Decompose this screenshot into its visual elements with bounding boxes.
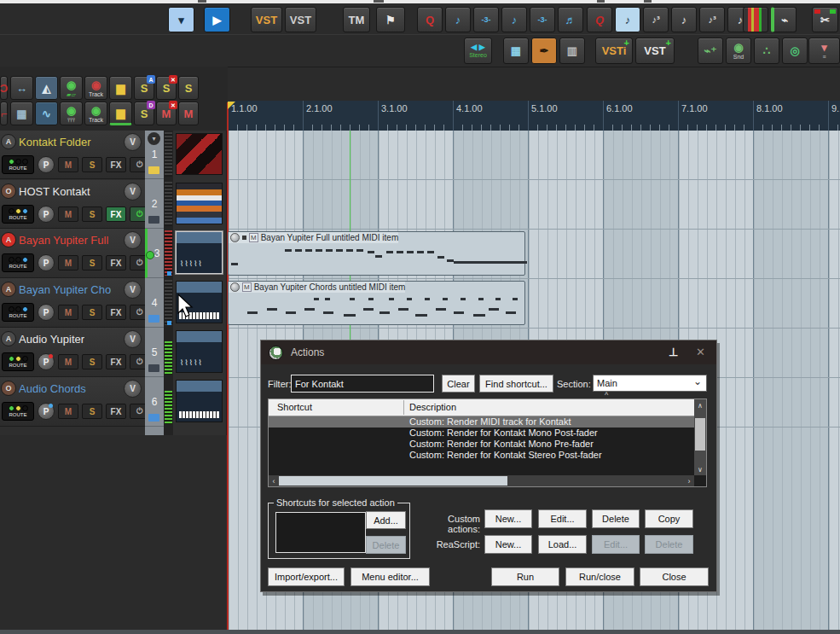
mute-button[interactable]: M: [178, 102, 199, 125]
triplet-note-button-2[interactable]: ♪³: [699, 7, 725, 32]
add-fx-button[interactable]: ⌁⁺: [698, 38, 723, 64]
track-volume-button[interactable]: V: [124, 133, 142, 151]
grid-button[interactable]: ▦: [10, 102, 33, 125]
vertical-scrollbar[interactable]: ∧ ∨: [694, 399, 706, 475]
pan-button[interactable]: P: [38, 403, 55, 420]
track-name[interactable]: Bayan Yupiter Full: [19, 234, 108, 247]
solo-button[interactable]: S: [82, 206, 102, 222]
custom-copy-button[interactable]: Copy: [645, 509, 693, 528]
track-thumbnail[interactable]: [176, 133, 223, 175]
fx-button[interactable]: FX: [106, 354, 126, 369]
grid-note-button-active[interactable]: ♪: [615, 7, 640, 32]
column-description[interactable]: Description: [409, 402, 456, 412]
scroll-left-icon[interactable]: ‹: [270, 475, 277, 486]
delete-shortcut-button[interactable]: Delete: [366, 536, 406, 554]
solo-button[interactable]: S: [82, 305, 102, 320]
close-icon[interactable]: ✕: [696, 346, 705, 358]
column-shortcut[interactable]: Shortcut: [277, 402, 312, 412]
route-button[interactable]: ROUTE: [2, 155, 34, 174]
track-record-badge[interactable]: A: [1, 232, 16, 247]
mixer-visibility-button[interactable]: ◉⫯⫯⫯: [60, 102, 83, 125]
solo-button[interactable]: S: [178, 76, 199, 100]
track-record-badge[interactable]: A: [1, 331, 16, 346]
route-button[interactable]: ROUTE: [2, 352, 34, 371]
reascript-new-button[interactable]: New...: [484, 535, 532, 554]
dialog-titlebar[interactable]: Actions ⊥ ✕: [261, 340, 716, 364]
routing-nodes-button[interactable]: ∴: [754, 38, 779, 64]
triplet-button-2[interactable]: -3-: [530, 7, 555, 32]
draw-mountain-button[interactable]: ◭: [35, 76, 58, 100]
action-list-row[interactable]: Custom: Render for Kontakt Mono Pre-fade…: [269, 439, 694, 450]
folder-envelope-button[interactable]: ▆: [109, 102, 132, 125]
track-number-cell[interactable]: 4: [145, 278, 164, 328]
razor-edit-button[interactable]: ⌁: [771, 7, 797, 32]
action-run-button[interactable]: ⚑: [376, 7, 405, 32]
custom-edit-button[interactable]: Edit...: [538, 509, 587, 528]
track-record-badge[interactable]: A: [1, 134, 16, 149]
mute-button[interactable]: M: [58, 157, 78, 172]
mute-button[interactable]: M: [58, 206, 78, 222]
add-vsti-button[interactable]: VSTi+: [595, 38, 633, 64]
track-visibility-red-button[interactable]: ◉Track: [84, 76, 107, 100]
track-thumbnail[interactable]: [176, 330, 223, 373]
filter-input[interactable]: [291, 375, 434, 393]
mute-button[interactable]: M: [58, 404, 78, 419]
docker-menu-button[interactable]: ▾: [168, 7, 194, 32]
custom-delete-button[interactable]: Delete: [592, 509, 640, 528]
route-button[interactable]: ROUTE: [2, 303, 34, 322]
horizontal-scroll-thumb[interactable]: [279, 476, 507, 486]
fx-button[interactable]: FX: [106, 404, 126, 419]
quantize-italic-button[interactable]: Q: [587, 7, 612, 32]
scroll-up-icon[interactable]: ∧: [694, 401, 706, 410]
unsolo-all-button[interactable]: S✕: [156, 76, 177, 100]
solo-button[interactable]: S: [82, 354, 102, 369]
cpu-info-button[interactable]: ▦: [503, 38, 529, 64]
quantize-q-button[interactable]: Q: [417, 7, 443, 32]
scroll-down-icon[interactable]: ∨: [694, 465, 706, 474]
action-list-row[interactable]: Custom: Render MIDI track for Kontakt: [269, 416, 694, 428]
action-list-row[interactable]: Custom: Render for Kontakt Mono Post-fad…: [269, 428, 694, 439]
scissors-button[interactable]: ✂: [812, 7, 838, 32]
track-volume-button[interactable]: V: [124, 330, 142, 348]
fx-button[interactable]: FX: [106, 157, 126, 172]
tcp-bottom-area[interactable]: [0, 435, 226, 634]
mute-button[interactable]: M: [58, 305, 78, 320]
track-visibility-green-button[interactable]: ◉Track: [84, 102, 107, 125]
action-list[interactable]: Shortcut Description Custom: Render MIDI…: [268, 398, 707, 487]
pan-button[interactable]: P: [38, 206, 55, 223]
run-button[interactable]: Run: [491, 567, 559, 586]
track-volume-button[interactable]: V: [124, 231, 142, 249]
note-sixteenth-button[interactable]: ♬: [558, 7, 583, 32]
pin-icon[interactable]: ⊥: [669, 346, 678, 358]
track-volume-button[interactable]: V: [124, 380, 142, 398]
route-button[interactable]: ROUTE: [2, 253, 34, 272]
horizontal-scrollbar[interactable]: ‹ ›: [269, 475, 694, 486]
close-button[interactable]: Close: [640, 567, 709, 586]
midi-item[interactable]: MBayan Yupiter Chords untitled MIDI item: [228, 281, 525, 325]
grid-spacing-button[interactable]: ↔: [10, 76, 33, 100]
fx-button[interactable]: FX: [106, 206, 126, 222]
vst-button-b[interactable]: VST: [285, 7, 316, 32]
find-shortcut-button[interactable]: Find shortcut...: [479, 375, 553, 393]
stereo-mode-button[interactable]: ◀ ▶Stereo: [464, 38, 492, 64]
solo-button[interactable]: S: [82, 255, 102, 270]
pan-button[interactable]: P: [38, 156, 55, 173]
partial-red-button[interactable]: Ɔ: [0, 76, 8, 100]
track-name[interactable]: HOST Kontakt: [19, 185, 90, 198]
solo-defeat-button[interactable]: SD: [134, 102, 154, 125]
reascript-edit-button[interactable]: Edit...: [592, 535, 640, 554]
track-name[interactable]: Kontakt Folder: [19, 136, 91, 148]
midi-item[interactable]: MBayan Yupiter Full untitled MIDI item: [228, 231, 525, 276]
note-button[interactable]: ♪: [501, 7, 527, 32]
pan-button[interactable]: P: [38, 353, 55, 370]
vst-button-a[interactable]: VST: [251, 7, 282, 32]
track-record-badge[interactable]: A: [1, 282, 16, 297]
vertical-scroll-thumb[interactable]: [695, 418, 705, 451]
solo-button[interactable]: S: [82, 404, 102, 419]
scroll-right-icon[interactable]: ›: [686, 475, 692, 486]
render-video-button[interactable]: ▶: [204, 7, 230, 32]
add-vst-button[interactable]: VST+: [635, 38, 675, 64]
unmute-all-button[interactable]: M✕: [156, 102, 177, 125]
route-button[interactable]: ROUTE: [2, 205, 34, 224]
track-volume-button[interactable]: V: [124, 281, 142, 299]
